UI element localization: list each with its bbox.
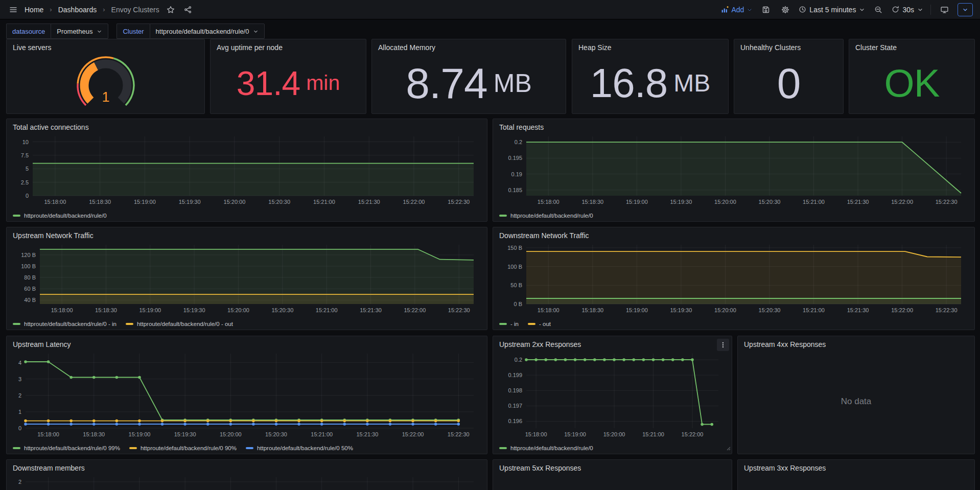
svg-text:15:18:00: 15:18:00 xyxy=(51,307,73,313)
stat-unit: MB xyxy=(494,71,532,96)
svg-text:0: 0 xyxy=(18,425,21,431)
add-button[interactable]: Add xyxy=(720,6,753,14)
cluster-select[interactable]: httproute/default/backend/rule/0 xyxy=(150,24,265,39)
svg-text:15:18:00: 15:18:00 xyxy=(538,199,559,205)
svg-text:120 B: 120 B xyxy=(21,252,36,258)
stat-value: 0 xyxy=(777,62,801,105)
chart-plot-area[interactable]: 15:18:0015:18:3015:19:0015:19:3015:20:00… xyxy=(10,241,484,316)
svg-text:15:20:30: 15:20:30 xyxy=(759,307,781,313)
legend-item[interactable]: httproute/default/backend/rule/0 - in xyxy=(13,321,116,327)
panel-title[interactable]: Upstream 5xx Responses xyxy=(499,464,581,472)
panel-title[interactable]: Total requests xyxy=(499,123,544,131)
panel-title[interactable]: Live servers xyxy=(13,43,51,52)
chart-plot-area[interactable]: 2 xyxy=(10,473,484,490)
svg-text:15:18:30: 15:18:30 xyxy=(95,307,117,313)
resize-handle[interactable] xyxy=(726,444,731,453)
share-icon[interactable] xyxy=(182,4,194,16)
svg-text:15:21:30: 15:21:30 xyxy=(358,199,380,205)
chart-plot-area[interactable]: 15:18:0015:19:0015:20:0015:21:0015:22:00… xyxy=(496,349,729,440)
svg-text:15:19:30: 15:19:30 xyxy=(670,307,692,313)
panel-upstream-network-traffic: Upstream Network Traffic 15:18:0015:18:3… xyxy=(6,227,487,330)
svg-text:15:18:30: 15:18:30 xyxy=(83,431,105,437)
legend-swatch xyxy=(129,447,137,449)
panel-title[interactable]: Upstream Latency xyxy=(13,340,71,348)
legend-item[interactable]: httproute/default/backend/rule/0 50% xyxy=(246,445,353,451)
legend-item[interactable]: httproute/default/backend/rule/0 xyxy=(13,213,107,219)
refresh-interval-label: 30s xyxy=(902,6,914,14)
panel-title[interactable]: Upstream Network Traffic xyxy=(13,231,94,240)
cycle-view-mode-button[interactable] xyxy=(958,3,973,16)
chart-legend: - in- out xyxy=(499,321,551,327)
breadcrumb-home[interactable]: Home xyxy=(25,6,43,14)
chart-plot-area[interactable]: 15:18:0015:18:3015:19:0015:19:3015:20:00… xyxy=(496,132,971,208)
legend-item[interactable]: httproute/default/backend/rule/0 99% xyxy=(13,445,120,451)
breadcrumb-dashboards[interactable]: Dashboards xyxy=(58,6,97,14)
svg-text:60 B: 60 B xyxy=(24,286,36,292)
svg-text:0.2: 0.2 xyxy=(515,357,522,363)
svg-text:15:21:00: 15:21:00 xyxy=(803,199,825,205)
variable-label: Cluster xyxy=(116,24,149,39)
panel-title[interactable]: Upstream 2xx Responses xyxy=(499,340,581,348)
panel-downstream-members: Downstream members 2 xyxy=(6,459,487,490)
svg-text:15:20:30: 15:20:30 xyxy=(271,307,293,313)
breadcrumb-current-page: Envoy Clusters xyxy=(111,6,159,14)
refresh-control[interactable]: 30s xyxy=(892,6,923,14)
legend-item[interactable]: httproute/default/backend/rule/0 xyxy=(499,213,593,219)
legend-swatch xyxy=(528,323,535,325)
svg-text:15:20:00: 15:20:00 xyxy=(224,199,246,205)
panel-title[interactable]: Heap Size xyxy=(578,43,612,52)
legend-item[interactable]: - out xyxy=(528,321,551,327)
legend-swatch xyxy=(499,323,507,325)
panel-title[interactable]: Total active connections xyxy=(13,123,89,131)
svg-text:4: 4 xyxy=(18,360,21,366)
grafana-dashboard: Home › Dashboards › Envoy Clusters Add xyxy=(0,0,980,490)
star-icon[interactable] xyxy=(165,4,177,16)
chevron-down-icon xyxy=(97,29,102,34)
panel-cluster-state: Cluster State OK xyxy=(849,39,975,114)
svg-text:40 B: 40 B xyxy=(24,297,36,303)
panel-title[interactable]: Upstream 4xx Responses xyxy=(744,340,826,348)
legend-swatch xyxy=(13,323,20,325)
panel-title[interactable]: Downstream members xyxy=(13,464,85,472)
svg-text:15:20:00: 15:20:00 xyxy=(603,431,625,437)
svg-text:0.185: 0.185 xyxy=(508,187,522,193)
legend-item[interactable]: httproute/default/backend/rule/0 90% xyxy=(129,445,237,451)
panel-title[interactable]: Upstream 3xx Responses xyxy=(744,464,826,472)
chart-plot-area[interactable]: 15:18:0015:18:3015:19:0015:19:3015:20:00… xyxy=(10,349,484,440)
svg-text:15:22:00: 15:22:00 xyxy=(402,431,424,437)
datasource-value: Prometheus xyxy=(57,28,92,35)
tv-mode-icon[interactable] xyxy=(938,4,950,16)
chart-legend: httproute/default/backend/rule/0 xyxy=(499,445,593,451)
dashboard-variables: datasource Prometheus Cluster httproute/… xyxy=(6,24,265,39)
legend-swatch xyxy=(13,215,20,217)
add-panel-icon xyxy=(720,6,729,14)
settings-gear-icon[interactable] xyxy=(779,4,791,16)
panel-title[interactable]: Avg uptime per node xyxy=(217,43,283,52)
chart-legend: httproute/default/backend/rule/0 - inhtt… xyxy=(13,321,233,327)
panel-title[interactable]: Cluster State xyxy=(855,43,897,52)
svg-text:15:21:30: 15:21:30 xyxy=(847,307,869,313)
chart-plot-area[interactable]: 15:18:0015:18:3015:19:0015:19:3015:20:00… xyxy=(496,241,971,316)
panel-upstream-4xx-responses: Upstream 4xx Responses No data xyxy=(737,336,975,454)
legend-item[interactable]: - in xyxy=(499,321,519,327)
panel-upstream-2xx-responses: Upstream 2xx Responses 15:18:0015:19:001… xyxy=(493,336,732,454)
panel-title[interactable]: Allocated Memory xyxy=(378,43,435,52)
stat-value: 31.4 xyxy=(237,66,300,100)
datasource-select[interactable]: Prometheus xyxy=(51,24,108,39)
legend-item[interactable]: httproute/default/backend/rule/0 - out xyxy=(126,321,233,327)
chart-plot-area[interactable]: 15:18:0015:18:3015:19:0015:19:3015:20:00… xyxy=(10,132,484,208)
panel-title[interactable]: Unhealthy Clusters xyxy=(740,43,801,52)
time-range-picker[interactable]: Last 5 minutes xyxy=(799,6,865,14)
divider xyxy=(930,5,931,15)
legend-item[interactable]: httproute/default/backend/rule/0 xyxy=(499,445,593,451)
save-dashboard-icon[interactable] xyxy=(760,4,772,16)
svg-text:15:22:00: 15:22:00 xyxy=(404,307,426,313)
svg-text:15:19:00: 15:19:00 xyxy=(626,199,648,205)
variable-label: datasource xyxy=(6,24,51,39)
panel-title[interactable]: Downstream Network Traffic xyxy=(499,231,589,240)
legend-label: - out xyxy=(539,321,551,327)
panel-total-requests: Total requests 15:18:0015:18:3015:19:001… xyxy=(493,119,975,222)
chevron-down-icon xyxy=(859,7,865,13)
zoom-out-time-icon[interactable] xyxy=(872,4,884,16)
menu-icon[interactable] xyxy=(7,4,19,16)
